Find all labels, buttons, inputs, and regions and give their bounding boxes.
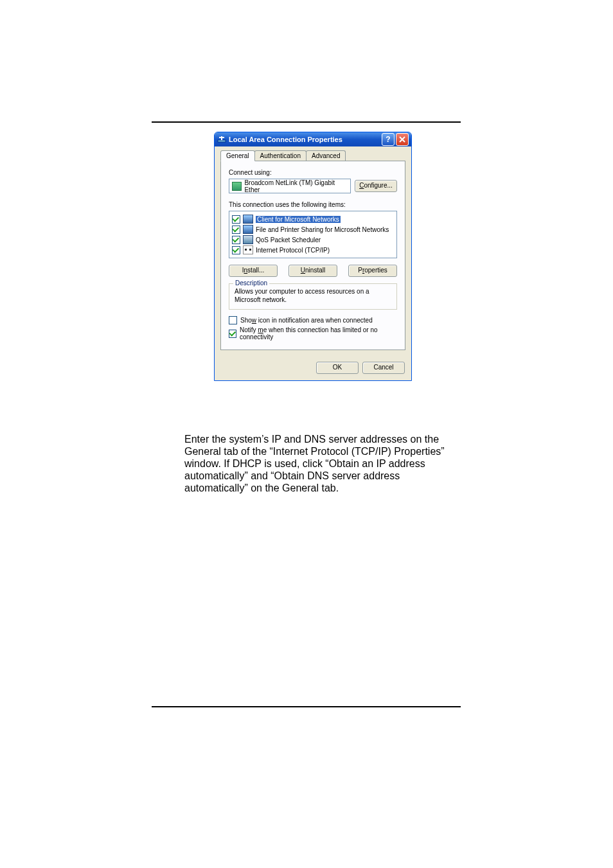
qos-icon (243, 235, 253, 244)
list-item[interactable]: File and Printer Sharing for Microsoft N… (232, 224, 394, 235)
show-icon-checkbox[interactable]: Show icon in notification area when conn… (229, 316, 397, 324)
configure-button[interactable]: Configure... (355, 180, 397, 192)
adapter-field[interactable]: Broadcom NetLink (TM) Gigabit Ether (229, 179, 351, 193)
help-button[interactable]: ? (382, 133, 395, 146)
uninstall-button[interactable]: Uninstall (289, 265, 337, 277)
description-text: Allows your computer to access resources… (235, 288, 391, 304)
ok-button[interactable]: OK (316, 362, 359, 374)
item-label: Client for Microsoft Networks (256, 216, 341, 223)
horizontal-rule (152, 121, 461, 123)
item-label: QoS Packet Scheduler (256, 236, 321, 244)
close-button[interactable] (396, 133, 409, 146)
item-label: Internet Protocol (TCP/IP) (256, 247, 330, 254)
item-label: File and Printer Sharing for Microsoft N… (256, 226, 389, 233)
items-label: This connection uses the following items… (229, 201, 397, 208)
install-button[interactable]: Install... (229, 265, 278, 277)
dialog-title: Local Area Connection Properties (229, 136, 382, 143)
checkbox-icon[interactable] (232, 236, 240, 244)
tab-authentication[interactable]: Authentication (254, 150, 306, 161)
list-item[interactable]: QoS Packet Scheduler (232, 235, 394, 245)
tab-advanced[interactable]: Advanced (306, 150, 346, 161)
notify-checkbox[interactable]: Notify me when this connection has limit… (229, 326, 397, 341)
list-item[interactable]: Client for Microsoft Networks (232, 214, 394, 224)
checkbox-icon[interactable] (229, 330, 236, 338)
share-icon (243, 225, 253, 234)
horizontal-rule (152, 706, 461, 707)
checkbox-icon[interactable] (229, 316, 237, 324)
tab-general[interactable]: General (220, 150, 255, 161)
checkbox-icon[interactable] (232, 215, 240, 224)
checkbox-icon[interactable] (232, 226, 240, 234)
cancel-button[interactable]: Cancel (362, 362, 405, 374)
client-icon (243, 215, 253, 224)
svg-rect-0 (218, 140, 226, 142)
list-item[interactable]: Internet Protocol (TCP/IP) (232, 245, 394, 255)
dialog-button-row: OK Cancel (215, 357, 411, 380)
items-listbox[interactable]: Client for Microsoft Networks File and P… (229, 211, 397, 258)
description-groupbox: Description Allows your computer to acce… (229, 283, 397, 310)
checkbox-label: Show icon in notification area when conn… (240, 317, 373, 324)
tab-panel-general: Connect using: Broadcom NetLink (TM) Gig… (220, 161, 405, 350)
tab-strip: General Authentication Advanced (220, 150, 405, 161)
properties-button[interactable]: Properties (348, 265, 397, 277)
document-paragraph: Enter the system’s IP and DNS server add… (184, 434, 461, 494)
description-legend: Description (233, 279, 269, 287)
connection-properties-dialog: Local Area Connection Properties ? Gener… (214, 132, 412, 381)
connection-icon (217, 135, 226, 144)
title-bar[interactable]: Local Area Connection Properties ? (215, 132, 411, 146)
checkbox-label: Notify me when this connection has limit… (240, 326, 397, 341)
tcp-icon (243, 245, 253, 254)
checkbox-icon[interactable] (232, 246, 240, 254)
nic-icon (232, 182, 242, 191)
adapter-name: Broadcom NetLink (TM) Gigabit Ether (244, 179, 348, 193)
connect-using-label: Connect using: (229, 169, 397, 176)
